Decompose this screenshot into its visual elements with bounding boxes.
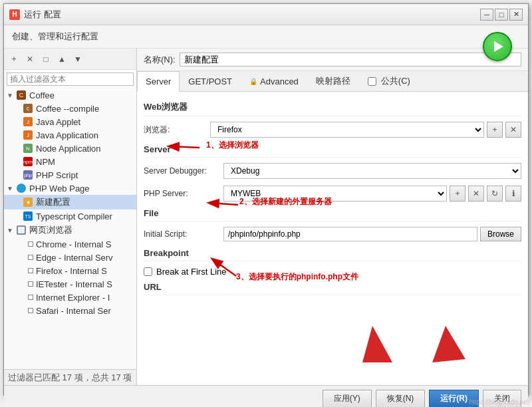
tree-item-web-browser[interactable]: ▼ 网页浏览器 [4, 223, 136, 237]
tree-item-java-applet[interactable]: J Java Applet [4, 115, 136, 128]
main-dialog: H 运行 配置 ─ □ ✕ 创建、管理和运行配置 + ✕ □ ▲ ▼ [3, 3, 529, 396]
tab-server-content: Web浏览器 浏览器: Firefox Chrome Edge + ✕ [137, 92, 528, 385]
web-browser-group-icon [16, 225, 27, 235]
initial-script-row: Initial Script: Browse [144, 227, 521, 241]
run-play-button[interactable] [483, 32, 512, 61]
tree-label: NPM [36, 157, 55, 167]
public-checkbox[interactable] [368, 77, 376, 86]
tree-item-coffee-compile[interactable]: c Coffee --compile [4, 102, 136, 115]
url-section-label: URL [144, 282, 521, 295]
php-server-row: PHP Server: MYWEB localhost + ✕ ↻ ℹ [144, 186, 521, 202]
tree-item-ietester[interactable]: IETester - Internal S [4, 277, 136, 291]
tabs-bar: Server GET/POST 🔒 Advanced 映射路径 公共(C) [137, 71, 528, 92]
debugger-control: XDebug Zend Debugger [223, 163, 521, 179]
close-button[interactable]: ✕ [509, 9, 523, 21]
refresh-server-button[interactable]: ↻ [487, 186, 503, 202]
tree-item-node-application[interactable]: N Node Application [4, 142, 136, 155]
tree-label: PHP Web Page [29, 184, 90, 194]
file-section: File Initial Script: Browse [144, 208, 521, 241]
debugger-label: Server Debugger: [144, 166, 223, 176]
url-section: URL [144, 282, 521, 295]
tab-map-path[interactable]: 映射路径 [307, 71, 359, 91]
initial-script-input[interactable] [223, 227, 477, 241]
filter-status: 过滤器已匹配 17 项，总共 17 项 [4, 369, 136, 385]
menu-button[interactable]: ▼ [70, 52, 85, 67]
tree-label: Edge - Internal Serv [36, 253, 113, 263]
browser-select[interactable]: Firefox Chrome Edge [210, 122, 484, 138]
edge-icon [23, 252, 33, 263]
coffee-icon: C [16, 90, 27, 100]
edit-server-button[interactable]: ✕ [468, 186, 484, 202]
watermark: https://blog.csdn.net/ [469, 398, 531, 406]
tree-label: 网页浏览器 [29, 224, 72, 236]
info-server-button[interactable]: ℹ [505, 186, 521, 202]
server-section: Server Server Debugger: XDebug Zend Debu… [144, 144, 521, 202]
window-controls: ─ □ ✕ [480, 9, 523, 21]
filter-input[interactable] [7, 72, 134, 86]
tree-label: IETester - Internal S [36, 279, 112, 289]
tree-item-chrome[interactable]: Chrome - Internal S [4, 237, 136, 251]
debugger-select[interactable]: XDebug Zend Debugger [223, 163, 521, 179]
tree-item-edge[interactable]: Edge - Internal Serv [4, 251, 136, 264]
edit-browser-button[interactable]: ✕ [505, 122, 521, 138]
dialog-subtitle: 创建、管理和运行配置 [4, 25, 528, 49]
tree-item-php-script[interactable]: php PHP Script [4, 168, 136, 182]
tree-item-npm[interactable]: npm NPM [4, 155, 136, 168]
ie-icon [23, 292, 33, 303]
expand-arrow: ▼ [7, 92, 13, 99]
debugger-row: Server Debugger: XDebug Zend Debugger [144, 163, 521, 179]
tree-item-firefox[interactable]: Firefox - Internal S [4, 264, 136, 277]
add-server-button[interactable]: + [450, 186, 466, 202]
move-up-button[interactable]: ▲ [55, 52, 69, 67]
initial-script-control: Browse [223, 227, 521, 241]
php-server-label: PHP Server: [144, 189, 223, 198]
maximize-button[interactable]: □ [495, 9, 508, 21]
browser-row: 浏览器: Firefox Chrome Edge + ✕ [144, 122, 521, 138]
tab-get-post[interactable]: GET/POST [180, 71, 241, 91]
php-server-select[interactable]: MYWEB localhost [223, 186, 447, 202]
tree-item-ie[interactable]: Internet Explorer - I [4, 291, 136, 304]
safari-icon [23, 305, 33, 316]
break-first-line-checkbox[interactable] [144, 267, 152, 276]
dialog-title: 运行 配置 [24, 9, 480, 21]
bottom-bar: 应用(Y) 恢复(N) 运行(R) 关闭 [4, 385, 528, 407]
minimize-button[interactable]: ─ [480, 9, 493, 21]
add-config-button[interactable]: + [7, 52, 21, 67]
tree-label: Internet Explorer - I [36, 293, 110, 303]
tree-item-php-web-page[interactable]: ▼ 🌐 PHP Web Page [4, 182, 136, 195]
tree-label: Firefox - Internal S [36, 266, 107, 276]
tab-advanced[interactable]: 🔒 Advanced [241, 71, 307, 91]
tree-item-typescript[interactable]: TS Typescript Compiler [4, 209, 136, 223]
add-browser-button[interactable]: + [487, 122, 503, 138]
tree-item-java-application[interactable]: J Java Application [4, 128, 136, 142]
break-first-line-row: Break at First Line [144, 267, 521, 277]
tab-server-label: Server [146, 76, 171, 86]
tree-item-coffee[interactable]: ▼ C Coffee [4, 88, 136, 102]
title-bar: H 运行 配置 ─ □ ✕ [4, 4, 528, 25]
copy-config-button[interactable]: □ [39, 52, 53, 67]
coffee-compile-icon: c [23, 103, 33, 114]
firefox-icon [23, 265, 33, 276]
browser-label: 浏览器: [144, 124, 210, 136]
php-web-icon: 🌐 [16, 183, 27, 194]
web-browser-section: Web浏览器 浏览器: Firefox Chrome Edge + ✕ [144, 101, 521, 138]
browse-button[interactable]: Browse [480, 227, 521, 241]
tab-server[interactable]: Server [137, 71, 180, 92]
app-icon: H [9, 9, 20, 20]
tab-public-label: 公共(C) [381, 75, 410, 87]
web-browser-section-label: Web浏览器 [144, 101, 521, 116]
tab-public[interactable]: 公共(C) [359, 71, 419, 91]
config-name-input[interactable] [180, 53, 521, 67]
tree-label: Node Application [36, 144, 101, 154]
left-toolbar: + ✕ □ ▲ ▼ [4, 49, 136, 70]
tree-item-new-config[interactable]: ★ 新建配置 [4, 195, 136, 209]
restore-button[interactable]: 恢复(N) [376, 390, 426, 407]
apply-button[interactable]: 应用(Y) [323, 390, 372, 407]
file-section-label: File [144, 208, 521, 221]
remove-config-button[interactable]: ✕ [23, 52, 37, 67]
chrome-icon [23, 239, 33, 249]
tree-item-safari[interactable]: Safari - Internal Ser [4, 304, 136, 317]
initial-script-label: Initial Script: [144, 229, 223, 239]
config-tree: ▼ C Coffee c Coffee --compile J Java App… [4, 88, 136, 369]
breakpoint-section: Breakpoint Break at First Line [144, 248, 521, 277]
